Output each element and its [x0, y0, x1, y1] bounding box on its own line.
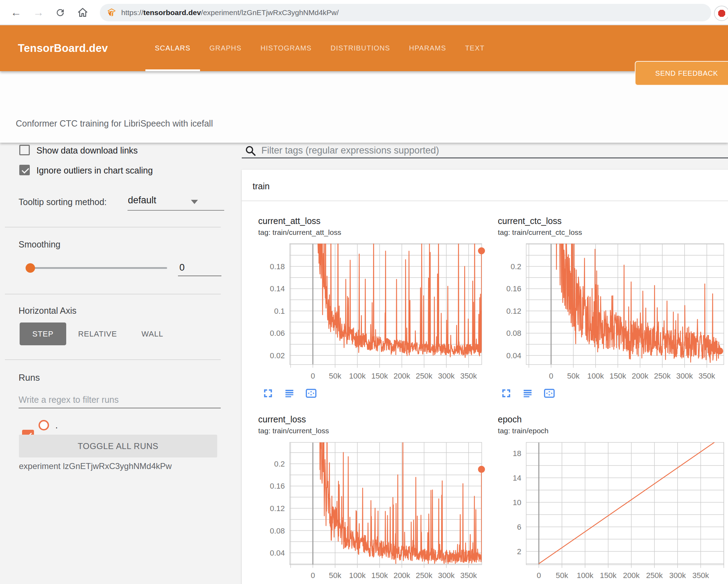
smoothing-value-input[interactable]: 0 — [179, 262, 185, 273]
tab-label: DISTRIBUTIONS — [331, 44, 390, 52]
app-title: TensorBoard.dev — [18, 25, 108, 71]
svg-text:0: 0 — [311, 571, 315, 580]
tab-text[interactable]: TEXT — [455, 25, 494, 71]
smoothing-slider-track[interactable] — [30, 267, 167, 269]
axis-relative-button[interactable]: RELATIVE — [74, 322, 121, 345]
svg-text:0.16: 0.16 — [506, 284, 521, 293]
tab-label: SCALARS — [155, 44, 191, 52]
experiment-id-label: experiment lzGnETjwRxC3yghNMd4kPw — [19, 461, 172, 471]
svg-text:250k: 250k — [646, 571, 663, 580]
show-download-links-checkbox[interactable] — [19, 145, 30, 155]
horizontal-axis-label: Horizontal Axis — [19, 306, 76, 316]
scalar-chart-current-ctc-loss[interactable]: 0.040.080.120.160.2050k100k150k200k250k3… — [490, 242, 728, 384]
svg-text:0: 0 — [549, 372, 553, 380]
axis-wall-button[interactable]: WALL — [135, 322, 170, 345]
svg-text:18: 18 — [513, 449, 521, 458]
reload-icon[interactable] — [53, 6, 67, 20]
tab-distributions[interactable]: DISTRIBUTIONS — [321, 25, 400, 71]
tab-label: HISTOGRAMS — [260, 44, 311, 52]
chart-title: current_att_loss — [258, 216, 321, 226]
tab-label: HPARAMS — [409, 44, 446, 52]
svg-text:50k: 50k — [329, 571, 342, 580]
send-feedback-button[interactable]: SEND FEEDBACK — [635, 61, 728, 86]
app-header: TensorBoard.dev SCALARSGRAPHSHISTOGRAMSD… — [0, 25, 728, 71]
section-title[interactable]: train — [253, 181, 270, 191]
runs-filter-input[interactable]: Write a regex to filter runs — [19, 395, 119, 405]
svg-text:350k: 350k — [699, 372, 716, 380]
url-text: https://tensorboard.dev/experiment/lzGnE… — [121, 8, 339, 17]
scalar-chart-epoch[interactable]: 26101418050k100k150k200k250k300k350k — [490, 440, 728, 584]
browser-toolbar: ← → https://tensorboard.dev/experiment/l… — [0, 0, 728, 25]
svg-text:350k: 350k — [460, 571, 478, 580]
svg-text:0.1: 0.1 — [274, 307, 285, 315]
svg-text:0.2: 0.2 — [510, 262, 521, 271]
svg-text:150k: 150k — [371, 571, 389, 580]
tab-scalars[interactable]: SCALARS — [145, 25, 200, 71]
address-bar[interactable]: https://tensorboard.dev/experiment/lzGnE… — [100, 4, 711, 21]
svg-text:200k: 200k — [393, 571, 411, 580]
browser-extension-icon[interactable] — [714, 6, 728, 21]
chart-title: epoch — [498, 414, 522, 425]
tab-label: TEXT — [465, 44, 485, 52]
chart-actions-right — [501, 388, 555, 400]
svg-text:6: 6 — [517, 523, 521, 531]
svg-text:200k: 200k — [623, 571, 640, 580]
svg-text:0.08: 0.08 — [506, 329, 521, 338]
toggle-all-runs-button[interactable]: TOGGLE ALL RUNS — [19, 435, 217, 457]
svg-text:0: 0 — [537, 571, 541, 580]
svg-text:100k: 100k — [587, 372, 604, 380]
fullscreen-icon[interactable] — [501, 388, 511, 400]
svg-text:250k: 250k — [654, 372, 671, 380]
svg-text:350k: 350k — [460, 372, 478, 380]
svg-text:300k: 300k — [438, 372, 455, 380]
svg-text:0: 0 — [311, 372, 315, 380]
sidebar-divider — [5, 227, 221, 228]
log-scale-icon[interactable] — [284, 388, 295, 400]
chart-tag: tag: train/current_ctc_loss — [498, 228, 582, 237]
svg-text:0.06: 0.06 — [270, 329, 285, 338]
scalar-chart-current-loss[interactable]: 0.040.080.120.160.2050k100k150k200k250k3… — [245, 440, 489, 584]
back-icon[interactable]: ← — [9, 6, 23, 20]
check-icon — [22, 166, 29, 174]
svg-text:300k: 300k — [676, 372, 693, 380]
scalar-chart-current-att-loss[interactable]: 0.020.060.10.140.18050k100k150k200k250k3… — [245, 242, 489, 384]
svg-text:150k: 150k — [371, 372, 389, 380]
tensorboard-favicon — [107, 8, 116, 18]
fit-domain-icon[interactable] — [305, 388, 317, 400]
tab-histograms[interactable]: HISTOGRAMS — [251, 25, 321, 71]
tooltip-sorting-select[interactable]: default — [128, 195, 156, 206]
svg-text:100k: 100k — [349, 372, 366, 380]
svg-text:200k: 200k — [632, 372, 649, 380]
svg-text:150k: 150k — [610, 372, 627, 380]
fullscreen-icon[interactable] — [263, 388, 273, 400]
chart-tag: tag: train/current_loss — [258, 427, 329, 435]
svg-text:2: 2 — [517, 547, 521, 556]
svg-text:100k: 100k — [349, 571, 366, 580]
sidebar-divider — [5, 359, 221, 360]
svg-text:50k: 50k — [329, 372, 342, 380]
forward-icon[interactable]: → — [32, 6, 46, 20]
svg-text:50k: 50k — [567, 372, 580, 380]
svg-text:0.12: 0.12 — [506, 307, 521, 315]
svg-text:0.16: 0.16 — [270, 482, 285, 490]
tab-hparams[interactable]: HPARAMS — [400, 25, 456, 71]
tooltip-sorting-label: Tooltip sorting method: — [19, 197, 107, 207]
smoothing-label: Smoothing — [19, 239, 61, 250]
axis-step-button[interactable]: STEP — [20, 322, 66, 345]
home-icon[interactable] — [76, 6, 90, 20]
svg-text:0.2: 0.2 — [274, 460, 285, 468]
svg-text:300k: 300k — [438, 571, 455, 580]
smoothing-slider-thumb[interactable] — [26, 263, 35, 273]
svg-text:250k: 250k — [416, 571, 433, 580]
filter-tags-input[interactable]: Filter tags (regular expressions support… — [261, 145, 439, 156]
ignore-outliers-checkbox[interactable] — [19, 165, 30, 175]
select-underline — [128, 210, 224, 211]
url-domain: tensorboard.dev — [143, 8, 201, 16]
fit-domain-icon[interactable] — [544, 388, 555, 400]
url-scheme: https:// — [121, 8, 143, 16]
tab-graphs[interactable]: GRAPHS — [200, 25, 251, 71]
chevron-down-icon[interactable] — [191, 200, 198, 204]
runs-label: Runs — [19, 372, 40, 383]
log-scale-icon[interactable] — [522, 388, 533, 400]
svg-text:0.18: 0.18 — [270, 262, 285, 271]
